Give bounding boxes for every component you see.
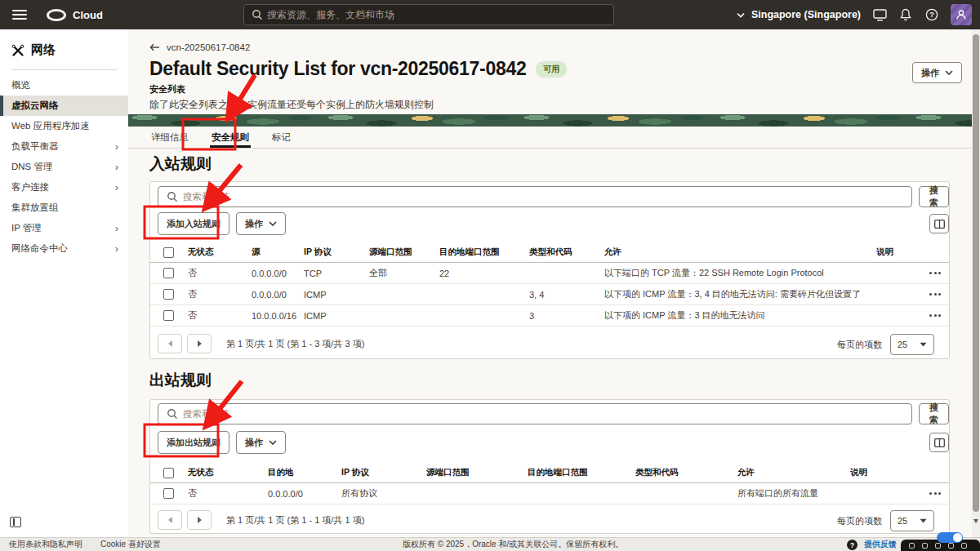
column-toggle-icon[interactable] [929, 214, 949, 233]
egress-search-button[interactable]: 搜索 [919, 403, 949, 424]
toolbar-icon[interactable] [948, 543, 954, 549]
next-page-button[interactable] [187, 510, 212, 530]
region-selector[interactable]: Singapore (Singapore) [737, 9, 861, 20]
sidebar-item-label: 负载平衡器 [11, 140, 59, 153]
header-actions-button[interactable]: 操作 [912, 62, 962, 83]
add-ingress-rules-button[interactable]: 添加入站规则 [158, 212, 229, 235]
sidebar-item-customer-connectivity[interactable]: 客户连接› [0, 177, 128, 198]
toolbar-icon[interactable] [922, 543, 928, 549]
hamburger-menu-icon[interactable] [12, 10, 27, 20]
sidebar-item-network-command-center[interactable]: 网络命令中心› [0, 238, 128, 259]
egress-pagination: 第 1 页/共 1 页 (第 1 - 1 项/共 1 项) [158, 510, 364, 530]
resource-type-label: 安全列表 [149, 83, 185, 96]
next-page-button[interactable] [187, 334, 212, 353]
egress-actions-button[interactable]: 操作 [236, 431, 286, 454]
row-checkbox[interactable] [163, 268, 174, 278]
row-checkbox[interactable] [163, 488, 174, 499]
sidebar-title: 网络 [31, 42, 56, 58]
sidebar-item-web-app-acceleration[interactable]: Web 应用程序加速 [0, 116, 128, 136]
brand-label: Cloud [73, 9, 103, 21]
add-egress-rules-button[interactable]: 添加出站规则 [158, 431, 229, 454]
col-source: 源 [252, 247, 304, 258]
actions-label: 操作 [921, 67, 939, 79]
row-checkbox[interactable] [163, 310, 174, 321]
tab-security-rules[interactable]: 安全规则 [210, 127, 251, 148]
sidebar-item-overview[interactable]: 概览 [0, 75, 128, 96]
sidebar-item-cluster-placement-groups[interactable]: 集群放置组 [0, 198, 128, 218]
egress-per-page: 每页的项数 25 [837, 510, 934, 531]
notifications-bell-icon[interactable] [898, 7, 913, 22]
breadcrumb: vcn-20250617-0842 [149, 42, 250, 52]
row-actions-ellipsis-icon[interactable] [917, 272, 944, 274]
sidebar-item-label: Web 应用程序加速 [11, 120, 90, 132]
ingress-actions-button[interactable]: 操作 [236, 212, 286, 235]
ingress-filter-box[interactable] [158, 186, 912, 207]
toolbar-icon[interactable] [935, 543, 941, 549]
row-actions-ellipsis-icon[interactable] [917, 314, 944, 317]
feedback-link[interactable]: 提供反馈 [864, 539, 897, 550]
column-toggle-icon[interactable] [929, 433, 949, 452]
sidebar-item-virtual-cloud-networks[interactable]: 虚拟云网络 [0, 96, 128, 116]
select-all-checkbox[interactable] [163, 247, 174, 258]
overlay-toggle[interactable] [937, 532, 963, 543]
cookie-preferences-link[interactable]: Cookie 喜好设置 [100, 539, 161, 550]
tab-tags[interactable]: 标记 [270, 127, 292, 148]
sidebar: 网络 概览 虚拟云网络 Web 应用程序加速 负载平衡器› DNS 管理› 客户… [0, 29, 128, 537]
page-title: Default Security List for vcn-20250617-0… [149, 58, 526, 80]
chevron-down-icon [269, 221, 277, 226]
scrollbar-down-arrow[interactable] [973, 519, 978, 523]
search-icon [158, 191, 183, 202]
region-label: Singapore (Singapore) [751, 9, 861, 20]
oci-console-page: Cloud Singapore (Singapore) ? [0, 0, 980, 551]
ingress-per-page: 每页的项数 25 [837, 334, 934, 355]
per-page-select[interactable]: 25 [890, 334, 934, 355]
ingress-search-button[interactable]: 搜索 [919, 186, 949, 207]
back-arrow-icon[interactable] [149, 43, 160, 51]
col-ip-protocol: IP 协议 [341, 467, 426, 478]
per-page-select[interactable]: 25 [890, 510, 934, 531]
copyright-text: 版权所有 © 2025，Oracle 和/或其关联公司。保留所有权利。 [403, 539, 623, 550]
select-caret-icon [920, 342, 927, 347]
ingress-table-row: 否 10.0.0.0/16 ICMP 3 以下项的 ICMP 流量：3 目的地无… [150, 305, 949, 327]
global-search-input[interactable] [267, 9, 577, 20]
sidebar-item-label: 概览 [11, 79, 30, 91]
col-dest-port-range: 目的地端口范围 [528, 467, 635, 478]
chevron-right-icon: › [115, 141, 118, 152]
cloud-shell-icon[interactable] [872, 7, 887, 22]
footer-help-icon[interactable]: ? [847, 540, 858, 550]
breadcrumb-vcn-link[interactable]: vcn-20250617-0842 [167, 42, 250, 52]
per-page-label: 每页的项数 [837, 339, 882, 351]
terms-privacy-link[interactable]: 使用条款和隐私声明 [9, 539, 82, 550]
ingress-card: 搜索 添加入站规则 操作 无状态 源 IP 协议 源端口范围 目的地端口范围 类… [149, 181, 950, 359]
prev-page-button[interactable] [158, 510, 182, 530]
topbar: Cloud Singapore (Singapore) ? [0, 0, 980, 29]
egress-filter-input[interactable] [183, 409, 877, 419]
ingress-filter-input[interactable] [183, 192, 877, 202]
global-search-box[interactable] [243, 4, 614, 25]
collapse-panel-icon[interactable] [10, 517, 21, 527]
egress-section-title: 出站规则 [149, 370, 212, 391]
sidebar-item-label: 集群放置组 [11, 202, 59, 214]
toolbar-icon[interactable] [961, 543, 967, 549]
sidebar-item-load-balancers[interactable]: 负载平衡器› [0, 136, 128, 157]
select-all-checkbox[interactable] [163, 468, 174, 478]
user-avatar[interactable] [951, 4, 972, 25]
tab-details[interactable]: 详细信息 [149, 127, 190, 148]
prev-page-button[interactable] [158, 334, 182, 353]
scrollbar-thumb[interactable] [973, 34, 979, 512]
oracle-logo [47, 9, 66, 21]
col-stateless: 无状态 [188, 467, 268, 478]
pagination-text: 第 1 页/共 1 页 (第 1 - 3 项/共 3 项) [226, 338, 364, 350]
network-tools-icon [11, 44, 24, 57]
chevron-down-icon [737, 12, 745, 18]
page-scrollbar[interactable] [972, 29, 980, 537]
row-actions-ellipsis-icon[interactable] [917, 293, 944, 295]
toolbar-icon[interactable] [909, 543, 915, 549]
sidebar-item-dns-management[interactable]: DNS 管理› [0, 157, 128, 177]
row-checkbox[interactable] [163, 289, 174, 300]
sidebar-item-ip-management[interactable]: IP 管理› [0, 218, 128, 238]
row-actions-ellipsis-icon[interactable] [917, 492, 944, 495]
egress-table-header: 无状态 目的地 IP 协议 源端口范围 目的地端口范围 类型和代码 允许 说明 [150, 463, 949, 483]
help-icon[interactable]: ? [924, 7, 939, 22]
egress-filter-box[interactable] [158, 403, 912, 424]
